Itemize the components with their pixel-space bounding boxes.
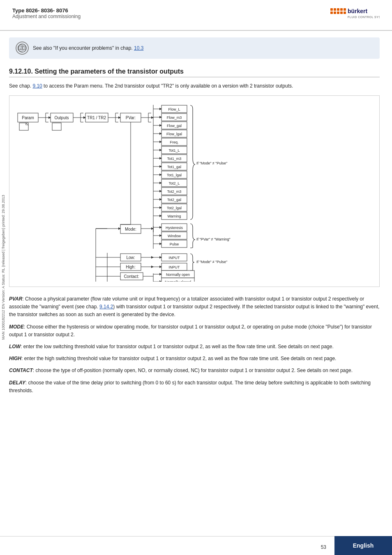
info-box: i See also "If you encounter problems" i… <box>9 37 380 59</box>
footer-language: English <box>334 536 392 555</box>
svg-text:Tot2_gal: Tot2_gal <box>167 198 181 202</box>
main-content: i See also "If you encounter problems" i… <box>0 31 392 405</box>
svg-text:If "Mode" ≠ "Pulse": If "Mode" ≠ "Pulse" <box>196 260 227 264</box>
svg-rect-0 <box>330 8 333 11</box>
term-mode: MODE <box>9 324 24 330</box>
svg-text:Tot1_L: Tot1_L <box>168 148 180 153</box>
header-subtitle: Adjustment and commissioning <box>12 14 81 19</box>
info-link[interactable]: 10.3 <box>134 45 143 51</box>
svg-rect-1 <box>334 8 336 11</box>
svg-rect-2 <box>337 8 339 11</box>
page-container: Type 8026- 8036- 8076 Adjustment and com… <box>0 0 392 555</box>
svg-text:Normally open: Normally open <box>166 273 190 277</box>
header: Type 8026- 8036- 8076 Adjustment and com… <box>0 0 392 31</box>
svg-text:Tot1_gal: Tot1_gal <box>167 165 181 169</box>
footer-left <box>0 536 334 555</box>
descriptions-section: PVAR: Choose a physical parameter (flow … <box>9 295 380 395</box>
svg-text:Mode:: Mode: <box>125 227 136 231</box>
svg-rect-8 <box>340 12 343 14</box>
term-high: HIGH <box>9 356 21 361</box>
desc-pvar: PVAR: Choose a physical parameter (flow … <box>9 295 380 319</box>
svg-text:If "PVar" ≠ "Warning": If "PVar" ≠ "Warning" <box>196 237 231 241</box>
svg-rect-3 <box>340 8 343 11</box>
svg-text:Param: Param <box>22 116 34 120</box>
footer: English <box>0 536 392 555</box>
link-9142[interactable]: 9.14.2 <box>99 304 113 310</box>
term-pvar: PVAR <box>9 296 22 302</box>
svg-text:If "Mode" ≠ "Pulse": If "Mode" ≠ "Pulse" <box>196 161 227 165</box>
svg-rect-9 <box>344 12 346 14</box>
svg-text:Tot2_m3: Tot2_m3 <box>167 190 182 194</box>
desc-high: HIGH: enter the high switching threshold… <box>9 355 380 363</box>
svg-text:High:: High: <box>126 265 135 269</box>
svg-text:Hysteresis: Hysteresis <box>166 226 183 230</box>
header-title: Type 8026- 8036- 8076 <box>12 7 81 14</box>
svg-rect-4 <box>344 8 346 11</box>
svg-text:Flow_m3: Flow_m3 <box>167 116 182 120</box>
section-title: 9.12.10. Setting the parameters of the t… <box>9 68 380 77</box>
svg-rect-5 <box>330 12 333 14</box>
section-intro: See chap. 9.10 to access the Param menu.… <box>9 82 380 90</box>
svg-text:Contact:: Contact: <box>124 274 139 279</box>
term-low: LOW <box>9 344 21 349</box>
svg-text:INPUT: INPUT <box>169 265 180 269</box>
flow-diagram: .box rect { fill: white; stroke: #333; s… <box>14 101 371 282</box>
svg-text:Tot1_lgal: Tot1_lgal <box>167 173 182 177</box>
svg-text:TR1 / TR2: TR1 / TR2 <box>87 116 106 120</box>
svg-rect-30 <box>52 123 61 130</box>
svg-text:Freq.: Freq. <box>170 140 178 144</box>
svg-text:FLUID CONTROL SYSTEMS: FLUID CONTROL SYSTEMS <box>348 16 380 18</box>
svg-text:Window: Window <box>168 234 181 238</box>
svg-text:Tot2_L: Tot2_L <box>168 181 180 185</box>
svg-text:bürkert: bürkert <box>348 8 368 14</box>
svg-rect-7 <box>337 12 339 14</box>
burkert-logo-svg: bürkert FLUID CONTROL SYSTEMS <box>330 7 380 26</box>
diagram-container: .box rect { fill: white; stroke: #333; s… <box>9 95 380 287</box>
svg-text:Flow_gal: Flow_gal <box>167 124 182 128</box>
svg-text:Normally closed: Normally closed <box>165 280 191 282</box>
desc-contact: CONTACT: choose the type of off-position… <box>9 367 380 375</box>
svg-text:Flow_lgal: Flow_lgal <box>166 132 182 136</box>
desc-delay: DELAY: choose the value of the time dela… <box>9 379 380 395</box>
side-label-text: MAN 1000182212 EN Version: A Status: RL … <box>1 195 6 340</box>
term-delay: DELAY <box>9 380 25 386</box>
info-icon: i <box>16 42 29 55</box>
svg-rect-6 <box>334 12 336 14</box>
svg-text:Tot1_m3: Tot1_m3 <box>167 157 182 161</box>
header-left: Type 8026- 8036- 8076 Adjustment and com… <box>12 7 81 19</box>
svg-text:Tot2_lgal: Tot2_lgal <box>167 206 182 210</box>
side-label: MAN 1000182212 EN Version: A Status: RL … <box>0 144 7 391</box>
svg-text:Pulse: Pulse <box>170 242 179 246</box>
svg-text:Outputs: Outputs <box>54 116 69 120</box>
section-link[interactable]: 9.10 <box>32 83 42 89</box>
burkert-logo: bürkert FLUID CONTROL SYSTEMS <box>330 7 380 26</box>
svg-text:Warning: Warning <box>167 214 181 218</box>
svg-text:PVar:: PVar: <box>126 116 136 120</box>
desc-mode: MODE: Choose either the hysteresis or wi… <box>9 323 380 339</box>
svg-text:INPUT: INPUT <box>169 256 180 260</box>
info-box-text: See also "If you encounter problems" in … <box>33 45 143 51</box>
svg-text:Low:: Low: <box>126 255 135 260</box>
term-contact: CONTACT <box>9 368 33 373</box>
desc-low: LOW: enter the low switching threshold v… <box>9 343 380 351</box>
svg-text:Flow_L: Flow_L <box>168 107 180 111</box>
